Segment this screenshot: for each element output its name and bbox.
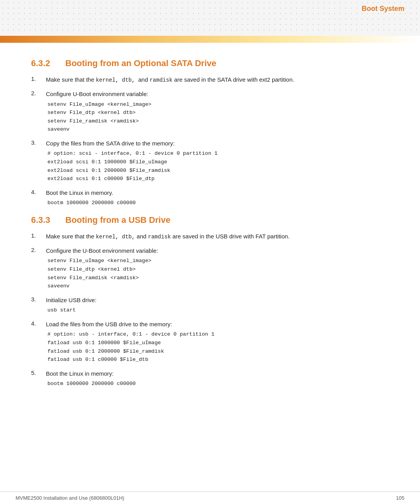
section-632: 6.3.2 Booting from an Optional SATA Driv… [31,58,389,207]
step-632-2-text: Configure U-Boot environment variable: [46,91,148,97]
step-633-1-content: Make sure that the kernel, dtb, and ramd… [46,232,389,241]
step-632-1-content: Make sure that the kernel, dtb, and ramd… [46,75,389,84]
section-632-steps: 1. Make sure that the kernel, dtb, and r… [31,75,389,207]
section-633-number: 6.3.3 [31,215,58,225]
footer: MVME2500 Installation and Use (6806800L0… [0,492,420,504]
section-632-title: Booting from an Optional SATA Drive [65,58,216,68]
step-632-3-text: Copy the files from the SATA drive to th… [46,140,175,147]
section-633: 6.3.3 Booting from a USB Drive 1. Make s… [31,215,389,388]
step-632-1: 1. Make sure that the kernel, dtb, and r… [31,75,389,84]
step-633-4: 4. Load the files from the USB drive to … [31,320,389,364]
step-633-5-code: bootm 1000000 2000000 c00000 [46,380,389,388]
step-633-3-text: Initialize USB drive: [46,297,96,303]
section-633-steps: 1. Make sure that the kernel, dtb, and r… [31,232,389,388]
step-632-1-number: 1. [31,75,42,82]
section-632-number: 6.3.2 [31,58,58,68]
step-632-4: 4. Boot the Linux in memory. bootm 10000… [31,189,389,207]
orange-bar [0,36,420,43]
step-633-1-text: Make sure that the kernel, dtb, and ramd… [46,233,290,240]
section-633-title: Booting from a USB Drive [65,215,170,225]
section-633-heading: 6.3.3 Booting from a USB Drive [31,215,389,225]
dot-pattern [0,0,420,33]
step-633-4-number: 4. [31,320,42,327]
step-633-3: 3. Initialize USB drive: usb start [31,296,389,315]
step-633-1-number: 1. [31,232,42,239]
step-633-2-text: Configure the U-Boot environment variabl… [46,247,158,254]
step-632-2-content: Configure U-Boot environment variable: s… [46,90,389,134]
step-632-3-number: 3. [31,139,42,146]
step-632-2-number: 2. [31,90,42,96]
step-633-5-content: Boot the Linux in memory: bootm 1000000 … [46,369,389,388]
step-633-5-number: 5. [31,369,42,376]
step-633-3-content: Initialize USB drive: usb start [46,296,389,315]
step-632-3: 3. Copy the files from the SATA drive to… [31,139,389,183]
step-633-2-content: Configure the U-Boot environment variabl… [46,247,389,290]
step-633-4-code: # option: usb - interface, 0:1 - device … [46,330,389,364]
step-632-4-text: Boot the Linux in memory. [46,189,113,196]
step-633-3-code: usb start [46,306,389,315]
step-633-2-number: 2. [31,247,42,253]
step-633-5: 5. Boot the Linux in memory: bootm 10000… [31,369,389,388]
step-633-1: 1. Make sure that the kernel, dtb, and r… [31,232,389,241]
step-632-2-code: setenv File_uImage <kernel_image> setenv… [46,100,389,134]
step-633-3-number: 3. [31,296,42,303]
step-633-2: 2. Configure the U-Boot environment vari… [31,247,389,290]
step-633-2-code: setenv File_uImage <kernel_image> setenv… [46,257,389,290]
footer-left: MVME2500 Installation and Use (6806800L0… [16,495,124,501]
step-633-4-text: Load the files from the USB drive to the… [46,321,172,327]
step-632-4-code: bootm 1000000 2000000 c00000 [46,199,389,207]
page-container: Boot System 6.3.2 Booting from an Option… [0,0,420,504]
footer-right: 105 [396,495,404,501]
content-area: 6.3.2 Booting from an Optional SATA Driv… [0,43,420,492]
header-area: Boot System [0,0,420,43]
step-633-4-content: Load the files from the USB drive to the… [46,320,389,364]
step-632-2: 2. Configure U-Boot environment variable… [31,90,389,134]
step-632-4-number: 4. [31,189,42,195]
step-632-4-content: Boot the Linux in memory. bootm 1000000 … [46,189,389,207]
section-632-heading: 6.3.2 Booting from an Optional SATA Driv… [31,58,389,68]
step-632-3-code: # option: scsi - interface, 0:1 - device… [46,149,389,183]
header-title: Boot System [362,5,404,12]
step-632-3-content: Copy the files from the SATA drive to th… [46,139,389,183]
step-633-5-text: Boot the Linux in memory: [46,370,114,377]
step-632-1-text: Make sure that the kernel, dtb, and ramd… [46,76,294,83]
header-title-bar: Boot System [362,0,420,13]
